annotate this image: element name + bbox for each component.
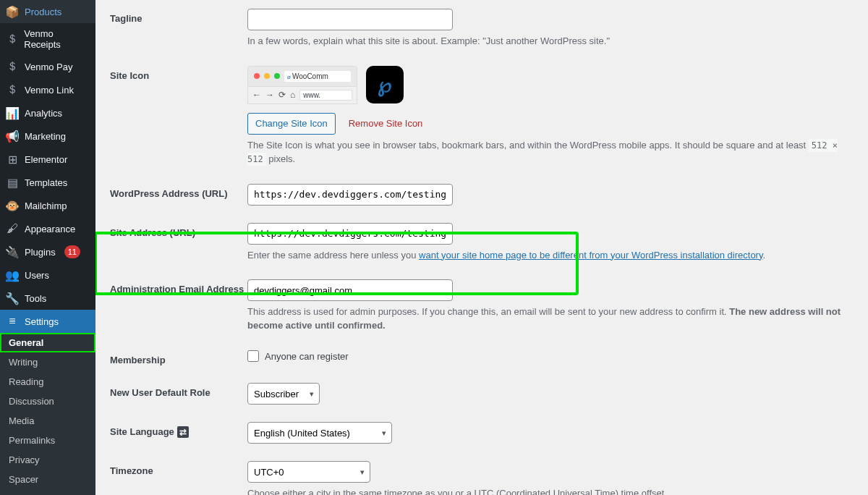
site-icon-browser-preview: ⌀WooComm ← → ⟳ ⌂ www. xyxy=(247,66,357,104)
anyone-can-register-checkbox[interactable] xyxy=(247,350,259,362)
templates-icon: ▤ xyxy=(6,176,19,189)
elementor-icon: ⊞ xyxy=(6,153,19,166)
sidebar-item-tools[interactable]: 🔧Tools xyxy=(0,287,95,310)
settings-general-form: Tagline In a few words, explain what thi… xyxy=(95,0,868,495)
wrench-icon: 🔧 xyxy=(6,292,19,305)
submenu-item-media[interactable]: Media xyxy=(0,411,95,431)
update-badge: 11 xyxy=(64,245,80,258)
change-site-icon-button[interactable]: Change Site Icon xyxy=(247,113,336,135)
sidebar-item-label: Tools xyxy=(25,293,46,304)
label-membership: Membership xyxy=(110,350,247,365)
sidebar-item-venmo-receipts[interactable]: ＄Venmo Receipts xyxy=(0,23,95,55)
dollar-icon: ＄ xyxy=(6,83,19,96)
sidebar-item-venmo-pay[interactable]: ＄Venmo Pay xyxy=(0,55,95,78)
sidebar-item-venmo-link[interactable]: ＄Venmo Link xyxy=(0,78,95,101)
sidebar-item-label: Venmo Link xyxy=(25,85,74,96)
label-site-lang: Site Language⇄ xyxy=(110,422,247,438)
dollar-icon: ＄ xyxy=(6,33,18,46)
submenu-item-writing[interactable]: Writing xyxy=(0,352,95,372)
submenu-item-reading[interactable]: Reading xyxy=(0,372,95,392)
sliders-icon: ≡ xyxy=(6,315,19,328)
label-timezone: Timezone xyxy=(110,461,247,476)
label-tagline: Tagline xyxy=(110,9,247,24)
submenu-item-wp-hide-show-featured-image[interactable]: WP Hide Show Featured Image xyxy=(0,489,95,495)
site-language-select[interactable]: English (United States) xyxy=(247,422,392,444)
mac-dot-red xyxy=(254,73,260,79)
submenu-item-spacer[interactable]: Spacer xyxy=(0,470,95,489)
desc-site-icon: The Site Icon is what you see in browser… xyxy=(247,139,854,166)
link-different-homepage[interactable]: want your site home page to be different… xyxy=(419,250,762,261)
archive-icon: 📦 xyxy=(6,5,19,18)
preview-url: www. xyxy=(299,90,352,101)
tagline-input[interactable] xyxy=(247,9,453,30)
sidebar-item-mailchimp[interactable]: 🐵Mailchimp xyxy=(0,194,95,217)
brush-icon: 🖌 xyxy=(6,222,19,235)
sidebar-item-appearance[interactable]: 🖌Appearance xyxy=(0,217,95,240)
nav-back-icon: ← xyxy=(252,90,261,100)
sidebar-item-label: Venmo Receipts xyxy=(24,28,90,50)
plug-icon: 🔌 xyxy=(6,245,19,258)
anyone-can-register-label: Anyone can register xyxy=(265,351,349,362)
chart-icon: 📊 xyxy=(6,106,19,119)
remove-site-icon-button[interactable]: Remove Site Icon xyxy=(346,118,426,129)
default-role-select[interactable]: Subscriber xyxy=(247,383,320,405)
sidebar-item-label: Appearance xyxy=(25,224,75,234)
desc-site-url: Enter the same address here unless you w… xyxy=(247,249,854,263)
sidebar-item-label: Templates xyxy=(25,177,67,188)
sidebar-item-templates[interactable]: ▤Templates xyxy=(0,171,95,194)
wp-address-input[interactable] xyxy=(247,184,453,206)
sidebar-item-analytics[interactable]: 📊Analytics xyxy=(0,101,95,124)
mac-dot-green xyxy=(274,73,280,79)
label-default-role: New User Default Role xyxy=(110,383,247,398)
timezone-select[interactable]: UTC+0 xyxy=(247,461,370,483)
sidebar-item-elementor[interactable]: ⊞Elementor xyxy=(0,148,95,171)
sidebar-item-plugins[interactable]: 🔌Plugins11 xyxy=(0,240,95,263)
submenu-item-privacy[interactable]: Privacy xyxy=(0,450,95,470)
sidebar-item-label: Settings xyxy=(25,316,59,327)
admin-email-input[interactable] xyxy=(247,279,453,301)
site-address-input[interactable] xyxy=(247,223,453,245)
sidebar-item-label: Mailchimp xyxy=(25,200,67,211)
sidebar-item-products[interactable]: 📦Products xyxy=(0,0,95,23)
label-admin-email: Administration Email Address xyxy=(110,279,247,295)
sidebar-item-marketing[interactable]: 📢Marketing xyxy=(0,124,95,148)
megaphone-icon: 📢 xyxy=(6,130,19,143)
preview-tab-title: WooComm xyxy=(292,72,328,80)
submenu-item-general[interactable]: General xyxy=(0,333,95,352)
sidebar-item-label: Products xyxy=(25,7,61,17)
submenu-item-permalinks[interactable]: Permalinks xyxy=(0,431,95,450)
mac-dot-yellow xyxy=(264,73,270,79)
label-site-icon: Site Icon xyxy=(110,66,247,81)
dollar-icon: ＄ xyxy=(6,60,19,73)
site-icon-app-preview: ℘ xyxy=(366,66,404,103)
label-site-url: Site Address (URL) xyxy=(110,223,247,238)
sidebar-item-label: Elementor xyxy=(25,154,67,165)
nav-reload-icon: ⟳ xyxy=(278,90,286,100)
translate-icon: ⇄ xyxy=(177,426,189,438)
desc-admin-email: This address is used for admin purposes.… xyxy=(247,305,854,333)
nav-forward-icon: → xyxy=(265,90,274,100)
sidebar-item-label: Venmo Pay xyxy=(25,62,73,72)
submenu-item-discussion[interactable]: Discussion xyxy=(0,392,95,411)
sidebar-item-label: Marketing xyxy=(25,131,66,142)
sidebar-item-settings[interactable]: ≡Settings xyxy=(0,310,95,333)
mailchimp-icon: 🐵 xyxy=(6,199,19,212)
admin-sidebar: 📦Products＄Venmo Receipts＄Venmo Pay＄Venmo… xyxy=(0,0,95,495)
sidebar-item-label: Users xyxy=(25,270,49,281)
nav-home-icon: ⌂ xyxy=(290,90,295,100)
users-icon: 👥 xyxy=(6,268,19,282)
label-wp-url: WordPress Address (URL) xyxy=(110,184,247,199)
sidebar-item-users[interactable]: 👥Users xyxy=(0,263,95,287)
sidebar-item-label: Analytics xyxy=(25,108,62,119)
sidebar-item-label: Plugins xyxy=(25,247,56,258)
desc-timezone: Choose either a city in the same timezon… xyxy=(247,487,854,495)
desc-tagline: In a few words, explain what this site i… xyxy=(247,35,854,48)
